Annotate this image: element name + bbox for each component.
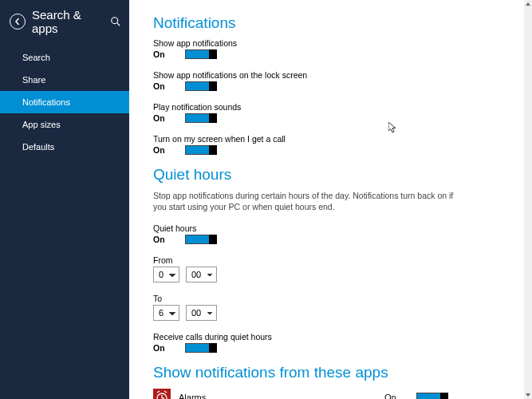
to-hour-select[interactable]: 6: [153, 305, 179, 321]
toggle-state: On: [384, 393, 416, 399]
setting-label: Play notification sounds: [153, 102, 456, 112]
from-minute-select[interactable]: 00: [186, 267, 217, 282]
sidebar-item-share[interactable]: Share: [0, 69, 129, 91]
toggle-switch[interactable]: [185, 235, 217, 244]
setting-receive-calls: Receive calls during quiet hours On: [153, 332, 456, 353]
setting-label: Turn on my screen when I get a call: [153, 134, 456, 144]
sidebar-header: Search & apps: [0, 0, 129, 46]
sidebar-item-search[interactable]: Search: [0, 46, 129, 69]
quiet-hours-heading: Quiet hours: [153, 166, 456, 184]
toggle-state: On: [153, 49, 185, 59]
setting-label: Show app notifications on the lock scree…: [153, 70, 456, 80]
toggle-switch[interactable]: [185, 145, 217, 155]
search-icon[interactable]: [110, 16, 121, 27]
sidebar: Search & apps Search Share Notifications…: [0, 0, 129, 399]
settings-window: Search & apps Search Share Notifications…: [0, 0, 532, 399]
app-notifications-heading: Show notifications from these apps: [153, 364, 456, 381]
to-minute-select[interactable]: 00: [186, 305, 217, 321]
back-button[interactable]: [10, 14, 26, 30]
toggle-state: On: [153, 145, 185, 155]
setting-show-app-notifications: Show app notifications On: [153, 38, 456, 59]
sidebar-item-notifications[interactable]: Notifications: [0, 91, 129, 113]
svg-line-1: [117, 23, 120, 26]
toggle-switch[interactable]: [416, 393, 448, 399]
quiet-hours-description: Stop app notifications during certain ho…: [153, 190, 456, 212]
toggle-switch[interactable]: [185, 81, 217, 91]
alarm-icon: [153, 389, 171, 399]
vertical-scrollbar[interactable]: [524, 0, 532, 399]
toggle-state: On: [153, 343, 185, 353]
app-notifications-list: Alarms On Hry On Internet Expl: [153, 388, 456, 399]
to-label: To: [153, 294, 456, 303]
toggle-state: On: [153, 81, 185, 91]
app-row-alarms: Alarms On: [153, 388, 456, 399]
setting-quiet-hours-toggle: Quiet hours On: [153, 223, 456, 244]
sidebar-item-app-sizes[interactable]: App sizes: [0, 113, 129, 136]
setting-label: Show app notifications: [153, 38, 456, 48]
toggle-state: On: [153, 235, 185, 244]
sidebar-title: Search & apps: [32, 8, 110, 35]
scroll-up-arrow[interactable]: [524, 0, 532, 8]
setting-label: Receive calls during quiet hours: [153, 332, 456, 342]
toggle-switch[interactable]: [185, 49, 217, 59]
setting-lock-screen-notifications: Show app notifications on the lock scree…: [153, 70, 456, 91]
toggle-state: On: [153, 113, 185, 123]
toggle-switch[interactable]: [185, 343, 217, 353]
app-name: Alarms: [179, 393, 384, 399]
setting-label: Quiet hours: [153, 223, 456, 233]
from-label: From: [153, 255, 456, 265]
setting-screen-on-call: Turn on my screen when I get a call On: [153, 134, 456, 155]
toggle-switch[interactable]: [185, 113, 217, 123]
scroll-down-arrow[interactable]: [524, 391, 532, 399]
sidebar-item-defaults[interactable]: Defaults: [0, 136, 129, 158]
svg-point-0: [112, 18, 118, 24]
content-pane: Notifications Show app notifications On …: [129, 0, 524, 399]
setting-play-sounds: Play notification sounds On: [153, 102, 456, 123]
from-hour-select[interactable]: 0: [153, 267, 179, 282]
notifications-heading: Notifications: [153, 14, 456, 32]
